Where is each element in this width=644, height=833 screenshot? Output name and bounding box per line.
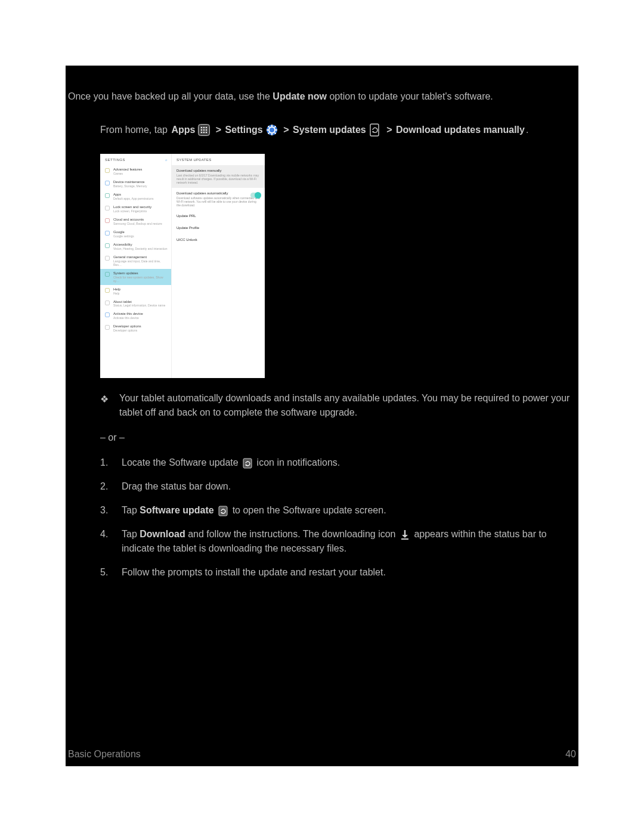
result-bullet: ❖ Your tablet automatically downloads an… [100, 391, 578, 420]
software-update-icon [243, 458, 252, 469]
screenshot-settings-item: Device maintenanceBattery, Storage, Memo… [100, 178, 171, 190]
diamond-bullet-icon: ❖ [100, 392, 109, 420]
settings-item-title: System updates [113, 271, 169, 275]
update-option-title: Download updates automatically [177, 191, 260, 196]
svg-marker-27 [402, 535, 408, 538]
settings-item-icon [105, 181, 110, 185]
screenshot-settings-item: AppsDefault apps, App permissions [100, 190, 171, 203]
screenshot-left-pane: SETTINGS ⌕ Advanced featuresGamesDevice … [100, 154, 172, 378]
settings-item-icon [105, 168, 110, 173]
nav-sep2: > [281, 123, 292, 137]
svg-point-2 [203, 127, 205, 129]
software-update-icon [218, 506, 228, 516]
screenshot-update-option: UICC Unlock [172, 234, 265, 246]
settings-item-title: Lock screen and security [113, 205, 151, 209]
svg-point-9 [206, 132, 208, 134]
step-3-pre: Tap [122, 505, 140, 515]
settings-item-icon [105, 325, 110, 330]
settings-item-subtitle: Status, Legal information, Device name [113, 304, 165, 307]
svg-point-6 [206, 129, 208, 131]
settings-item-title: Help [113, 287, 120, 292]
screenshot-settings-item: AccessibilityVision, Hearing, Dexterity … [100, 240, 171, 253]
screenshot-right-pane: SYSTEM UPDATES Download updates manually… [172, 154, 265, 378]
screenshot-update-option: Download updates automaticallyDownload s… [172, 188, 265, 210]
steps-list: Locate the Software update icon in notif… [100, 456, 578, 580]
nav-system-updates: System updates [293, 123, 366, 137]
result-bullet-text: Your tablet automatically downloads and … [119, 391, 578, 420]
settings-item-title: Cloud and accounts [113, 218, 162, 222]
settings-item-title: Device maintenance [113, 180, 147, 184]
update-option-title: UICC Unlock [177, 237, 260, 243]
navigation-path: From home, tap Apps > Settings [100, 123, 578, 137]
settings-item-title: Activate this device [113, 312, 143, 316]
screenshot-settings-item: System updatesCheck for new system updat… [100, 269, 171, 285]
or-divider: – or – [100, 431, 578, 445]
settings-item-subtitle: Language and input, Date and time, Res… [113, 259, 169, 267]
screenshot-settings-item: About tabletStatus, Legal information, D… [100, 298, 171, 310]
update-option-subtitle: Download software updates automatically … [177, 196, 260, 207]
settings-item-icon [105, 312, 110, 317]
screenshot-update-option: Update PRL [172, 210, 265, 222]
settings-item-icon [105, 301, 110, 305]
download-arrow-icon [400, 529, 410, 540]
settings-item-title: Developer options [113, 324, 141, 329]
settings-item-title: Advanced features [113, 168, 142, 172]
settings-item-title: Apps [113, 193, 154, 197]
settings-item-subtitle: Check for new system updates, Show sy… [113, 275, 169, 283]
nav-period: . [526, 123, 528, 137]
screenshot-settings-item: Cloud and accountsSamsung Cloud, Backup … [100, 215, 171, 228]
search-icon: ⌕ [165, 157, 168, 163]
settings-item-title: About tablet [113, 300, 165, 304]
settings-item-icon [105, 256, 110, 261]
nav-download-updates-manually: Download updates manually [396, 123, 525, 137]
step-2: Drag the status bar down. [100, 479, 578, 494]
svg-point-5 [203, 129, 205, 131]
screenshot-settings-item: General managementLanguage and input, Da… [100, 253, 171, 269]
settings-item-icon [105, 272, 110, 277]
system-updates-refresh-icon [369, 123, 381, 137]
settings-item-subtitle: Google settings [113, 234, 134, 238]
svg-rect-24 [219, 506, 227, 516]
nav-apps: Apps [171, 123, 195, 137]
settings-item-subtitle: Battery, Storage, Memory [113, 184, 147, 188]
nav-settings: Settings [225, 123, 263, 137]
step-1-pre: Locate the Software update [122, 457, 241, 467]
step-3: Tap Software update to open the Software… [100, 503, 578, 518]
settings-item-subtitle: Default apps, App permissions [113, 197, 154, 200]
intro-pre: Once you have backed up all your data, u… [68, 91, 273, 101]
step-4-pre: Tap [122, 529, 140, 539]
svg-point-4 [201, 129, 203, 131]
settings-item-icon [105, 288, 110, 293]
settings-item-subtitle: Games [113, 172, 142, 175]
step-2-text: Drag the status bar down. [122, 479, 578, 494]
step-4-mid: and follow the instructions. The downloa… [185, 529, 398, 539]
page-footer: Basic Operations 40 [68, 747, 576, 761]
settings-item-icon [105, 218, 110, 223]
settings-item-title: Google [113, 230, 134, 234]
svg-point-1 [201, 127, 203, 129]
footer-page-number: 40 [565, 747, 576, 761]
nav-from-home: From home, tap [100, 123, 170, 137]
step-3-bold: Software update [140, 505, 213, 515]
screenshot-settings-item: Advanced featuresGames [100, 165, 171, 178]
settings-item-icon [105, 206, 110, 210]
settings-item-subtitle: Developer options [113, 329, 141, 332]
settings-item-subtitle: Lock screen, Fingerprints [113, 209, 151, 213]
svg-point-7 [201, 132, 203, 134]
nav-sep1: > [213, 123, 224, 137]
settings-gear-icon [266, 124, 278, 136]
settings-item-title: Accessibility [113, 243, 168, 247]
settings-screenshot: SETTINGS ⌕ Advanced featuresGamesDevice … [100, 154, 265, 378]
step-5: Follow the prompts to install the update… [100, 565, 578, 580]
step-4-bold: Download [140, 529, 185, 539]
update-option-title: Download updates manually [177, 168, 260, 174]
footer-section: Basic Operations [68, 747, 141, 761]
toggle-switch-icon [250, 193, 261, 198]
settings-item-subtitle: Vision, Hearing, Dexterity and interacti… [113, 247, 168, 250]
screenshot-right-header: SYSTEM UPDATES [172, 154, 265, 165]
step-1-post: icon in notifications. [257, 457, 340, 467]
settings-item-icon [105, 243, 110, 248]
update-option-title: Update PRL [177, 213, 260, 219]
screenshot-left-title: SETTINGS [105, 157, 125, 163]
screenshot-update-option: Download updates manuallyLast checked on… [172, 165, 265, 188]
